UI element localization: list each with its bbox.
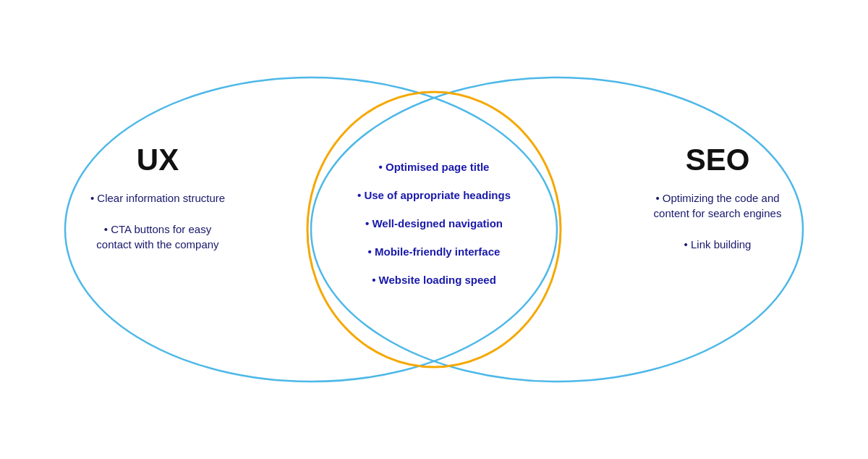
center-item-1: Optimised page title [347, 159, 521, 174]
center-item-4: Mobile-friendly interface [347, 244, 521, 259]
seo-section: SEO Optimizing the code and content for … [645, 143, 790, 268]
ux-item-1: Clear information structure [85, 190, 230, 206]
seo-item-1: Optimizing the code and content for sear… [645, 190, 790, 221]
center-section: Optimised page title Use of appropriate … [347, 159, 521, 300]
seo-item-2: Link building [645, 237, 790, 252]
venn-diagram: UX Clear information structure CTA butto… [36, 41, 832, 418]
ux-item-2: CTA buttons for easy contact with the co… [85, 222, 230, 252]
center-item-2: Use of appropriate headings [347, 188, 521, 203]
ux-title: UX [85, 143, 230, 177]
seo-title: SEO [645, 143, 790, 177]
ux-section: UX Clear information structure CTA butto… [85, 143, 230, 268]
center-item-3: Well-designed navigation [347, 216, 521, 231]
center-item-5: Website loading speed [347, 272, 521, 287]
